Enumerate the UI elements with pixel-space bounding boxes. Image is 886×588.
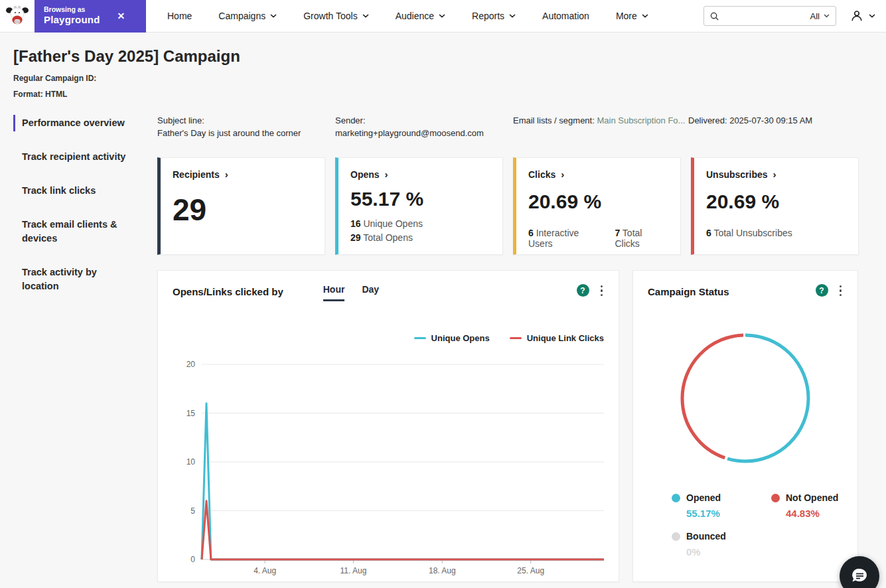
legend-dash-icon xyxy=(510,337,522,339)
kebab-menu-icon[interactable] xyxy=(599,284,605,298)
help-icon[interactable]: ? xyxy=(577,284,589,297)
browsing-as-label: Browsing as xyxy=(44,5,100,14)
recipients-value: 29 xyxy=(173,194,313,225)
tab-hour[interactable]: Hour xyxy=(323,284,345,301)
svg-text:18. Aug: 18. Aug xyxy=(429,566,456,575)
chevron-down-icon xyxy=(869,14,875,18)
recipients-card: Recipients › 29 xyxy=(157,157,325,255)
legend-unique-opens[interactable]: Unique Opens xyxy=(414,333,490,343)
svg-text:15: 15 xyxy=(186,408,196,417)
account-menu[interactable] xyxy=(849,9,875,23)
main-nav: Home Campaigns Growth Tools Audience Rep… xyxy=(167,11,648,21)
chevron-right-icon: › xyxy=(773,169,776,179)
legend-bounced[interactable]: Bounced 0% xyxy=(672,531,771,557)
chart-interval-tabs: Hour Day xyxy=(323,284,379,301)
page-title: [Father's Day 2025] Campaign xyxy=(13,47,873,66)
nav-automation[interactable]: Automation xyxy=(542,11,589,21)
unique-opens-substat: 16 Unique Opens xyxy=(350,217,490,232)
sidebar-item-activity-location[interactable]: Track activity by location xyxy=(13,264,126,295)
svg-text:10: 10 xyxy=(186,457,196,467)
bounced-pct: 0% xyxy=(686,546,771,557)
opened-pct: 55.17% xyxy=(686,508,771,519)
campaign-status-donut xyxy=(679,332,812,465)
browsing-as-badge: Browsing as Playground ✕ xyxy=(35,0,146,33)
opens-rate: 55.17 % xyxy=(350,189,490,209)
unsubscribes-rate: 20.69 % xyxy=(706,192,846,212)
legend-dot-icon xyxy=(672,532,680,541)
search-icon xyxy=(710,12,719,21)
meta-subject: Subject line: Father's Day is just aroun… xyxy=(157,115,335,140)
total-unsubscribes-substat: 6 Total Unsubscribes xyxy=(706,228,792,238)
close-icon[interactable]: ✕ xyxy=(117,11,125,21)
interactive-users-substat: 6 Interactive Users xyxy=(528,228,604,249)
stats-row: Recipients › 29 Opens › 55.17 % 16 Uniqu… xyxy=(157,157,871,255)
chat-bubble-icon xyxy=(849,566,869,586)
status-legend: Opened 55.17% Not Opened 44.83% xyxy=(648,492,843,557)
chevron-down-icon xyxy=(270,14,277,18)
search-input[interactable] xyxy=(723,11,806,21)
email-list-link[interactable]: Main Subscription Fo... xyxy=(597,115,685,125)
legend-not-opened[interactable]: Not Opened 44.83% xyxy=(771,492,843,519)
clicks-card-link[interactable]: Clicks › xyxy=(528,169,668,180)
svg-text:11. Aug: 11. Aug xyxy=(340,566,367,575)
opens-card: Opens › 55.17 % 16 Unique Opens 29 Total… xyxy=(335,157,503,255)
browsing-as-account: Playground xyxy=(44,14,100,27)
chevron-down-icon xyxy=(642,14,648,18)
kebab-menu-icon[interactable] xyxy=(838,284,844,298)
chart-title: Opens/Links clicked by xyxy=(173,284,283,297)
report-sidebar: Performance overview Track recipient act… xyxy=(0,115,157,582)
sidebar-item-clients-devices[interactable]: Track email clients & devices xyxy=(13,216,126,247)
chevron-down-icon xyxy=(509,14,516,18)
nav-more[interactable]: More xyxy=(616,11,648,21)
meta-lists: Email lists / segment: Main Subscription… xyxy=(513,115,688,140)
status-title: Campaign Status xyxy=(648,284,729,297)
help-icon[interactable]: ? xyxy=(816,284,828,297)
svg-text:0: 0 xyxy=(190,555,195,564)
legend-unique-link-clicks[interactable]: Unique Link Clicks xyxy=(510,333,604,343)
campaign-id-line: Regular Campaign ID: xyxy=(13,74,873,83)
total-opens-substat: 29 Total Opens xyxy=(350,231,490,246)
meta-sender: Sender: marketing+playground@moosend.com xyxy=(335,115,513,140)
format-line: Format: HTML xyxy=(13,90,873,99)
chevron-down-icon xyxy=(362,14,369,18)
total-clicks-substat: 7 Total Clicks xyxy=(615,228,668,249)
search-scope-dropdown[interactable]: All xyxy=(810,11,830,21)
chevron-right-icon: › xyxy=(561,169,564,179)
clicks-rate: 20.69 % xyxy=(528,192,668,212)
nav-campaigns[interactable]: Campaigns xyxy=(218,11,277,21)
svg-text:25. Aug: 25. Aug xyxy=(517,566,544,575)
opens-card-link[interactable]: Opens › xyxy=(350,169,490,180)
legend-dot-icon xyxy=(672,494,680,502)
user-icon xyxy=(849,9,864,23)
meta-delivered: Delivered: 2025-07-30 09:15 AM xyxy=(688,115,871,140)
global-search: All xyxy=(703,6,836,26)
sidebar-item-link-clicks[interactable]: Track link clicks xyxy=(13,183,126,199)
tab-day[interactable]: Day xyxy=(362,284,379,301)
legend-dot-icon xyxy=(771,494,780,502)
sidebar-item-performance-overview[interactable]: Performance overview xyxy=(13,115,126,131)
nav-home[interactable]: Home xyxy=(167,11,192,21)
unsubscribes-card: Unsubscribes › 20.69 % 6 Total Unsubscri… xyxy=(691,157,859,255)
chevron-right-icon: › xyxy=(225,169,228,179)
recipients-card-link[interactable]: Recipients › xyxy=(173,169,313,180)
opens-links-chart-panel: Opens/Links clicked by Hour Day ? Unique… xyxy=(157,270,619,582)
not-opened-pct: 44.83% xyxy=(786,508,843,519)
legend-opened[interactable]: Opened 55.17% xyxy=(672,492,771,519)
clicks-card: Clicks › 20.69 % 6 Interactive Users 7 T… xyxy=(513,157,681,255)
svg-text:5: 5 xyxy=(190,506,195,515)
svg-text:4. Aug: 4. Aug xyxy=(254,566,276,575)
top-navigation-bar: Browsing as Playground ✕ Home Campaigns … xyxy=(0,0,886,33)
unsubscribes-card-link[interactable]: Unsubscribes › xyxy=(706,169,846,180)
nav-growth-tools[interactable]: Growth Tools xyxy=(303,11,368,21)
campaign-status-panel: Campaign Status ? Opened 55. xyxy=(632,270,858,582)
chevron-right-icon: › xyxy=(385,169,388,179)
campaign-meta-row: Subject line: Father's Day is just aroun… xyxy=(157,115,871,140)
opens-links-line-chart: 051015204. Aug11. Aug18. Aug25. Aug xyxy=(173,348,605,581)
sidebar-item-recipient-activity[interactable]: Track recipient activity xyxy=(13,149,126,165)
chevron-down-icon xyxy=(824,14,830,18)
nav-reports[interactable]: Reports xyxy=(472,11,516,21)
chevron-down-icon xyxy=(439,14,445,18)
moosend-logo[interactable] xyxy=(0,5,35,27)
legend-dash-icon xyxy=(414,337,426,339)
nav-audience[interactable]: Audience xyxy=(396,11,445,21)
